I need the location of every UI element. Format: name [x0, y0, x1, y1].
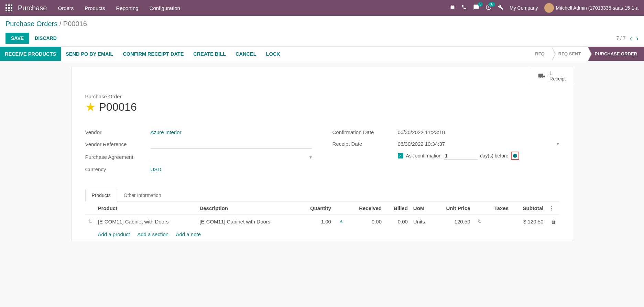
user-name: Mitchell Admin (17013335-saas-15-1-a	[556, 5, 638, 11]
discard-button[interactable]: DISCARD	[35, 35, 57, 41]
user-menu[interactable]: Mitchell Admin (17013335-saas-15-1-a	[544, 3, 638, 13]
receipt-label: Receipt	[549, 76, 566, 81]
top-nav: Purchase Orders Products Reporting Confi…	[0, 0, 644, 16]
kebab-icon[interactable]: ⋮	[549, 205, 554, 211]
table-row[interactable]: ⇅ [E-COM11] Cabinet with Doors [E-COM11]…	[85, 215, 559, 228]
col-quantity: Quantity	[298, 201, 334, 215]
currency-label: Currency	[85, 166, 151, 172]
cell-taxes[interactable]	[485, 215, 511, 228]
forecast-icon[interactable]	[339, 219, 344, 224]
cancel-button[interactable]: CANCEL	[231, 47, 261, 61]
col-subtotal: Subtotal	[511, 201, 546, 215]
cell-received: 0.00	[347, 215, 384, 228]
breadcrumb-current: P00016	[63, 20, 87, 28]
apps-icon[interactable]	[6, 4, 12, 11]
main-menu: Orders Products Reporting Configuration	[58, 5, 180, 11]
menu-reporting[interactable]: Reporting	[116, 5, 139, 11]
menu-orders[interactable]: Orders	[58, 5, 74, 11]
star-icon[interactable]: ★	[85, 100, 96, 114]
cell-unit-price[interactable]: 120.50	[434, 215, 473, 228]
form-sheet: 1 Receipt Purchase Order ★ P00016 Vendor…	[71, 67, 573, 241]
order-lines-table: Product Description Quantity Received Bi…	[85, 201, 559, 241]
tabs: Products Other Information	[85, 189, 559, 201]
col-unit-price: Unit Price	[434, 201, 473, 215]
cell-uom[interactable]: Units	[411, 215, 434, 228]
vendor-ref-label: Vendor Reference	[85, 141, 151, 147]
avatar	[544, 3, 554, 13]
status-bar: RFQ RFQ SENT PURCHASE ORDER	[528, 47, 644, 61]
col-billed: Billed	[384, 201, 411, 215]
ask-confirmation-label: Ask confirmation	[406, 153, 441, 158]
company-selector[interactable]: My Company	[510, 5, 538, 11]
action-bar: RECEIVE PRODUCTS SEND PO BY EMAIL CONFIR…	[0, 47, 644, 61]
add-section-link[interactable]: Add a section	[137, 231, 168, 237]
confirm-date-label: Confirmation Date	[332, 129, 398, 135]
cell-billed: 0.00	[384, 215, 411, 228]
bug-icon[interactable]	[450, 4, 455, 11]
control-panel: Purchase Orders / P00016 SAVE DISCARD 7 …	[0, 16, 644, 47]
receipt-count: 1	[549, 70, 566, 76]
currency-value[interactable]: USD	[151, 166, 312, 172]
cell-quantity[interactable]: 1.00	[298, 215, 334, 228]
receive-products-button[interactable]: RECEIVE PRODUCTS	[0, 47, 61, 61]
days-input[interactable]	[444, 152, 478, 160]
confirm-date-value: 06/30/2022 11:23:18	[398, 129, 559, 135]
days-suffix: day(s) before	[480, 153, 508, 158]
status-rfq[interactable]: RFQ	[528, 47, 551, 61]
menu-products[interactable]: Products	[85, 5, 105, 11]
send-po-email-button[interactable]: SEND PO BY EMAIL	[61, 47, 118, 61]
drag-handle-icon[interactable]: ⇅	[85, 215, 95, 228]
create-bill-button[interactable]: CREATE BILL	[188, 47, 231, 61]
info-icon[interactable]	[511, 152, 519, 160]
agreement-label: Purchase Agreement	[85, 154, 151, 160]
pager-prev-icon[interactable]: ‹	[630, 34, 632, 42]
activity-badge: 37	[489, 2, 495, 7]
breadcrumb: Purchase Orders / P00016	[6, 20, 638, 28]
col-uom: UoM	[411, 201, 434, 215]
tools-icon[interactable]	[498, 4, 503, 11]
vendor-ref-input[interactable]	[151, 140, 312, 149]
chat-badge: 5	[478, 2, 483, 7]
status-rfq-sent[interactable]: RFQ SENT	[552, 47, 588, 61]
tab-products[interactable]: Products	[85, 189, 117, 201]
activity-icon[interactable]: 37	[485, 4, 492, 12]
col-taxes: Taxes	[485, 201, 511, 215]
cell-description[interactable]: [E-COM11] Cabinet with Doors	[197, 215, 298, 228]
pager: 7 / 7 ‹ ›	[616, 34, 638, 42]
save-button[interactable]: SAVE	[6, 33, 29, 44]
receipt-stat-button[interactable]: 1 Receipt	[530, 67, 572, 85]
app-brand[interactable]: Purchase	[18, 4, 47, 12]
col-description: Description	[197, 201, 298, 215]
po-number: P00016	[99, 101, 137, 113]
vendor-label: Vendor	[85, 129, 151, 135]
confirm-receipt-date-button[interactable]: CONFIRM RECEIPT DATE	[118, 47, 188, 61]
title-label: Purchase Order	[85, 94, 559, 99]
add-note-link[interactable]: Add a note	[176, 231, 201, 237]
tab-other-info[interactable]: Other Information	[117, 189, 168, 201]
cell-product[interactable]: [E-COM11] Cabinet with Doors	[95, 215, 197, 228]
truck-icon	[537, 73, 546, 79]
col-product: Product	[95, 201, 197, 215]
phone-icon[interactable]	[461, 4, 467, 11]
chat-icon[interactable]: 5	[473, 4, 479, 12]
pager-text: 7 / 7	[616, 35, 625, 41]
lock-button[interactable]: LOCK	[261, 47, 285, 61]
receipt-date-label: Receipt Date	[332, 141, 398, 147]
status-purchase-order[interactable]: PURCHASE ORDER	[588, 47, 644, 61]
refresh-icon[interactable]: ↻	[478, 218, 482, 224]
cell-subtotal: $ 120.50	[511, 215, 546, 228]
chevron-down-icon[interactable]: ▾	[309, 154, 312, 160]
col-received: Received	[347, 201, 384, 215]
agreement-input[interactable]	[151, 153, 308, 161]
breadcrumb-parent[interactable]: Purchase Orders	[6, 20, 57, 28]
pager-next-icon[interactable]: ›	[636, 34, 638, 42]
receipt-date-value[interactable]: 06/30/2022 10:34:37	[398, 141, 555, 147]
add-product-link[interactable]: Add a product	[98, 231, 130, 237]
vendor-value[interactable]: Azure Interior	[151, 129, 312, 135]
ask-confirmation-checkbox[interactable]: ✓	[398, 153, 403, 158]
trash-icon[interactable]: 🗑	[551, 219, 556, 224]
chevron-down-icon[interactable]: ▾	[557, 141, 559, 146]
menu-configuration[interactable]: Configuration	[150, 5, 180, 11]
